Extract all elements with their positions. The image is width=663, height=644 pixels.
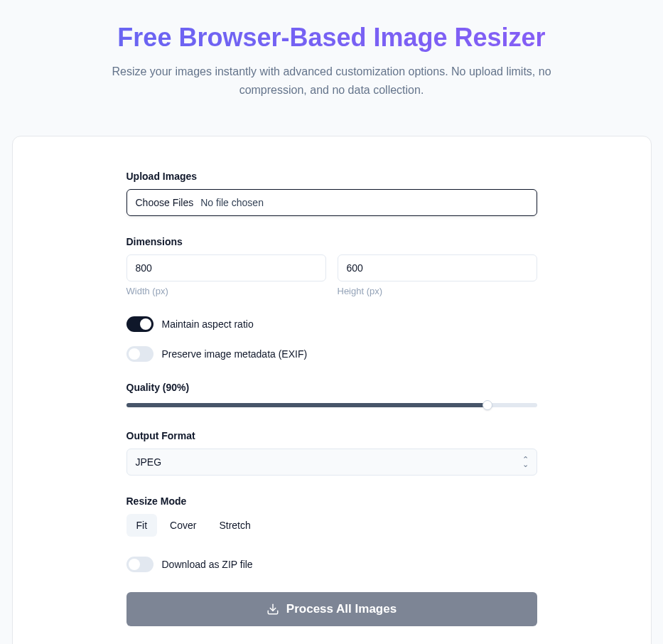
quality-slider[interactable] [126,400,537,410]
process-button-label: Process All Images [286,602,397,616]
toggle-knob [129,348,140,360]
width-sublabel: Width (px) [126,286,326,296]
resize-mode-cover[interactable]: Cover [160,514,206,537]
download-icon [266,603,279,616]
preserve-exif-toggle[interactable] [126,346,153,362]
toggle-knob [129,559,140,570]
page-subtitle: Resize your images instantly with advanc… [104,63,559,99]
dimensions-group: Dimensions Width (px) Height (px) [126,236,537,296]
process-all-button[interactable]: Process All Images [126,592,537,626]
quality-group: Quality (90%) [126,382,537,410]
preserve-exif-label: Preserve image metadata (EXIF) [162,348,308,360]
resize-mode-stretch[interactable]: Stretch [209,514,260,537]
file-input[interactable]: Choose Files No file chosen [126,189,537,216]
quality-label: Quality (90%) [126,382,537,393]
slider-thumb[interactable] [483,400,492,410]
width-input[interactable] [126,254,326,281]
upload-group: Upload Images Choose Files No file chose… [126,171,537,216]
output-format-select[interactable]: JPEG [126,449,537,476]
aspect-ratio-toggle-row: Maintain aspect ratio [126,316,537,332]
choose-files-button[interactable]: Choose Files [136,197,194,208]
slider-track [126,403,537,407]
upload-label: Upload Images [126,171,537,182]
height-input[interactable] [338,254,537,281]
page-header: Free Browser-Based Image Resizer Resize … [0,14,663,119]
resize-mode-group: Resize Mode Fit Cover Stretch [126,495,537,537]
slider-fill [126,403,488,407]
preserve-exif-toggle-row: Preserve image metadata (EXIF) [126,346,537,362]
settings-card: Upload Images Choose Files No file chose… [12,136,652,644]
dimensions-label: Dimensions [126,236,537,247]
resize-mode-options: Fit Cover Stretch [126,514,537,537]
page-title: Free Browser-Based Image Resizer [14,23,649,53]
output-format-label: Output Format [126,430,537,441]
resize-mode-fit[interactable]: Fit [126,514,158,537]
toggle-knob [140,318,151,330]
download-zip-label: Download as ZIP file [162,559,253,570]
aspect-ratio-label: Maintain aspect ratio [162,318,254,330]
download-zip-toggle[interactable] [126,557,153,572]
download-zip-toggle-row: Download as ZIP file [126,557,537,572]
output-format-group: Output Format JPEG ⌃⌄ [126,430,537,476]
aspect-ratio-toggle[interactable] [126,316,153,332]
resize-mode-label: Resize Mode [126,495,537,507]
height-sublabel: Height (px) [338,286,537,296]
file-placeholder: No file chosen [200,197,264,208]
